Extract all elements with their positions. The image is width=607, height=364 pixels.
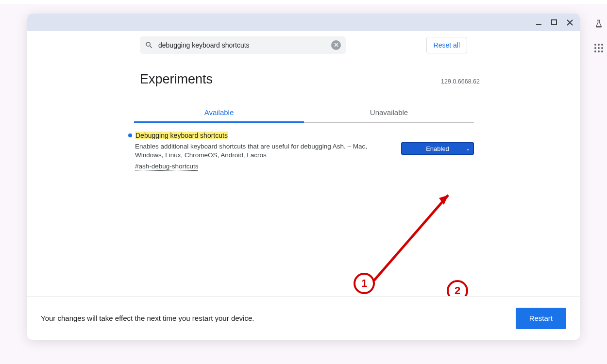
content-area: Experiments 129.0.6668.62 Available Unav… bbox=[27, 59, 580, 296]
flag-description: Enables additional keyboard shortcuts th… bbox=[128, 142, 391, 160]
close-icon[interactable] bbox=[566, 19, 573, 26]
annotation-arrow-1 bbox=[354, 185, 460, 296]
svg-line-4 bbox=[368, 195, 448, 287]
tabs: Available Unavailable bbox=[134, 102, 474, 123]
flask-lab-icon[interactable] bbox=[594, 19, 603, 30]
flag-title: Debugging keyboard shortcuts bbox=[135, 132, 228, 139]
window-titlebar bbox=[27, 14, 580, 31]
browser-tab-strip bbox=[0, 0, 607, 4]
search-input[interactable] bbox=[158, 41, 326, 49]
apps-grid-icon[interactable] bbox=[594, 44, 603, 52]
experiments-window: ✕ Reset all Experiments 129.0.6668.62 Av… bbox=[27, 14, 580, 340]
restart-bar: Your changes will take effect the next t… bbox=[27, 296, 580, 340]
tab-available[interactable]: Available bbox=[134, 102, 304, 122]
tab-unavailable[interactable]: Unavailable bbox=[304, 102, 474, 122]
clear-search-icon[interactable]: ✕ bbox=[331, 40, 341, 50]
search-icon bbox=[145, 41, 153, 50]
maximize-icon[interactable] bbox=[551, 19, 557, 26]
annotation-marker-1: 1 bbox=[354, 273, 375, 294]
search-bar-row: ✕ Reset all bbox=[27, 31, 580, 59]
restart-button[interactable]: Restart bbox=[516, 308, 566, 329]
annotation-arrow-2 bbox=[450, 287, 561, 296]
flag-state-select[interactable]: Enabled bbox=[401, 142, 474, 155]
annotation-marker-2: 2 bbox=[447, 280, 468, 296]
version-text: 129.0.6668.62 bbox=[441, 78, 480, 85]
flag-hash-link[interactable]: #ash-debug-shortcuts bbox=[128, 163, 199, 170]
minimize-icon[interactable] bbox=[535, 19, 542, 26]
reset-all-button[interactable]: Reset all bbox=[426, 37, 467, 53]
restart-message: Your changes will take effect the next t… bbox=[41, 314, 254, 322]
flag-row: Debugging keyboard shortcuts Enables add… bbox=[128, 132, 474, 170]
search-field-wrapper: ✕ bbox=[140, 36, 346, 54]
modified-dot-icon bbox=[128, 133, 132, 137]
page-title: Experiments bbox=[140, 72, 213, 87]
svg-marker-5 bbox=[439, 195, 448, 205]
svg-rect-1 bbox=[552, 20, 556, 25]
